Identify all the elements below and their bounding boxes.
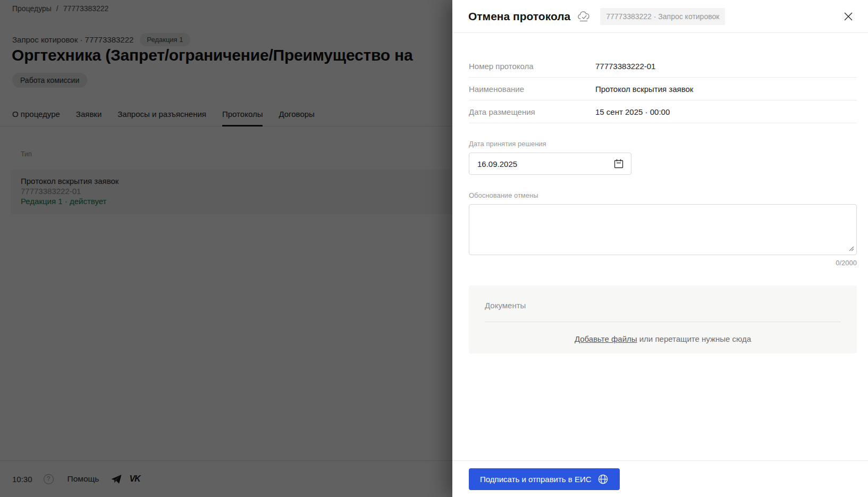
drawer-body: Номер протокола 77773383222-01 Наименова… xyxy=(452,33,868,353)
info-row-number: Номер протокола 77773383222-01 xyxy=(469,55,857,78)
drawer-title: Отмена протокола xyxy=(468,10,570,23)
documents-section: Документы Добавьте файлы или перетащите … xyxy=(469,285,857,353)
procedure-context-badge: 77773383222 · Запрос котировок xyxy=(600,8,725,25)
add-files-link[interactable]: Добавьте файлы xyxy=(575,334,637,343)
decision-date-value: 16.09.2025 xyxy=(477,159,517,169)
drawer-header: Отмена протокола 77773383222 · Запрос ко… xyxy=(452,0,868,33)
protocol-info-list: Номер протокола 77773383222-01 Наименова… xyxy=(469,55,857,123)
info-value: Протокол вскрытия заявок xyxy=(595,85,693,94)
decision-date-input[interactable]: 16.09.2025 xyxy=(469,153,631,175)
info-value: 15 сент 2025 · 00:00 xyxy=(595,107,670,116)
globe-icon xyxy=(597,474,609,485)
drawer-footer: Подписать и отправить в ЕИС xyxy=(452,460,868,497)
cancel-reason-textarea[interactable] xyxy=(469,204,857,255)
cancel-reason-label: Обоснование отмены xyxy=(469,191,857,199)
file-drop-zone[interactable]: Добавьте файлы или перетащите нужные сюд… xyxy=(485,322,841,355)
cancel-reason-wrap xyxy=(469,204,857,255)
info-label: Номер протокола xyxy=(469,62,595,71)
sign-and-send-label: Подписать и отправить в ЕИС xyxy=(480,475,592,484)
cloud-saved-icon xyxy=(577,10,591,22)
documents-title: Документы xyxy=(485,301,841,310)
decision-date-label: Дата принятия решения xyxy=(469,140,857,148)
close-icon[interactable] xyxy=(842,11,854,22)
sign-and-send-button[interactable]: Подписать и отправить в ЕИС xyxy=(469,468,620,490)
info-label: Дата размещения xyxy=(469,107,595,116)
char-counter: 0/2000 xyxy=(469,259,857,267)
cancel-protocol-drawer: Отмена протокола 77773383222 · Запрос ко… xyxy=(452,0,868,497)
decision-date-group: Дата принятия решения 16.09.2025 xyxy=(469,140,857,175)
screen: Процедуры / 77773383222 Запрос котировок… xyxy=(0,0,868,497)
info-value: 77773383222-01 xyxy=(595,62,655,71)
drop-zone-hint: или перетащите нужные сюда xyxy=(637,334,752,343)
info-label: Наименование xyxy=(469,85,595,94)
info-row-placement-date: Дата размещения 15 сент 2025 · 00:00 xyxy=(469,100,857,123)
cancel-reason-group: Обоснование отмены 0/2000 xyxy=(469,191,857,267)
info-row-name: Наименование Протокол вскрытия заявок xyxy=(469,78,857,100)
calendar-icon[interactable] xyxy=(613,158,624,169)
